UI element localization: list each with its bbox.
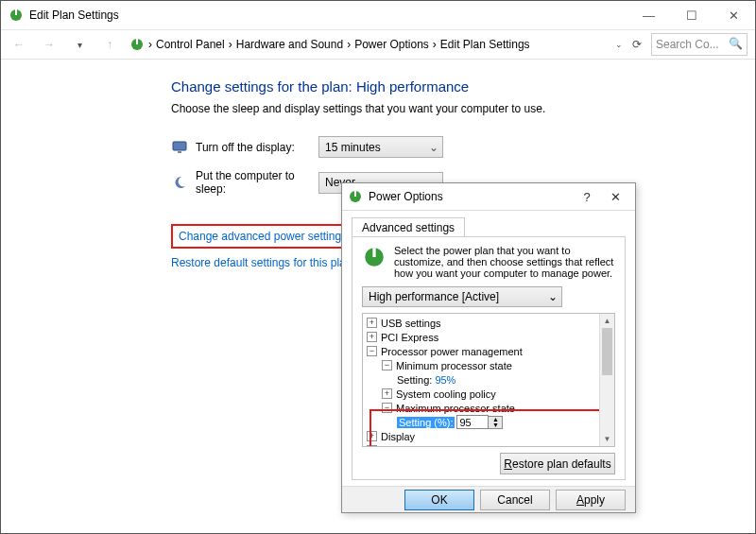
dialog-close-button[interactable]: ✕ bbox=[601, 190, 629, 204]
collapse-icon[interactable]: − bbox=[382, 360, 392, 370]
dialog-titlebar: Power Options ? ✕ bbox=[342, 183, 635, 211]
max-setting-spinner[interactable]: ▲▼ bbox=[456, 415, 503, 429]
advanced-power-settings-link[interactable]: Change advanced power settings bbox=[179, 230, 347, 243]
titlebar: Edit Plan Settings — ☐ ✕ bbox=[1, 1, 755, 30]
breadcrumb-item[interactable]: Edit Plan Settings bbox=[440, 38, 530, 51]
tree-item-pci[interactable]: PCI Express bbox=[381, 332, 438, 343]
tree-item-max-state[interactable]: Maximum processor state bbox=[396, 403, 515, 414]
power-plan-icon bbox=[9, 8, 24, 23]
up-button[interactable]: ↑ bbox=[99, 34, 120, 55]
svg-rect-3 bbox=[136, 39, 138, 44]
expand-icon[interactable]: + bbox=[367, 431, 377, 441]
restore-defaults-link[interactable]: Restore default settings for this plan bbox=[171, 256, 352, 269]
max-setting-label[interactable]: Setting (%): bbox=[397, 417, 455, 428]
navbar: ← → ▾ ↑ › Control Panel› Hardware and So… bbox=[1, 30, 755, 60]
back-button[interactable]: ← bbox=[9, 34, 29, 55]
breadcrumb: › Control Panel› Hardware and Sound› Pow… bbox=[129, 37, 606, 52]
min-setting-value[interactable]: 95% bbox=[435, 374, 455, 386]
close-button[interactable]: ✕ bbox=[713, 2, 755, 29]
expand-icon[interactable]: + bbox=[367, 318, 377, 328]
history-dropdown[interactable]: ▾ bbox=[69, 34, 90, 55]
collapse-icon[interactable]: − bbox=[367, 346, 377, 356]
monitor-icon bbox=[171, 139, 188, 156]
svg-rect-5 bbox=[178, 151, 181, 153]
expand-icon[interactable]: + bbox=[367, 445, 377, 447]
window-title: Edit Plan Settings bbox=[29, 9, 119, 22]
settings-tree[interactable]: +USB settings +PCI Express −Processor po… bbox=[362, 313, 615, 447]
power-plan-select[interactable]: High performance [Active] ⌄ bbox=[362, 286, 562, 307]
setting-label: Put the computer to sleep: bbox=[196, 169, 318, 196]
setting-label: Turn off the display: bbox=[196, 141, 318, 154]
refresh-button[interactable]: ⟳ bbox=[628, 38, 645, 51]
svg-rect-9 bbox=[372, 248, 375, 257]
breadcrumb-history-icon[interactable]: ⌄ bbox=[615, 40, 623, 49]
cancel-button[interactable]: Cancel bbox=[480, 490, 550, 510]
maximize-button[interactable]: ☐ bbox=[670, 2, 713, 29]
max-setting-input[interactable] bbox=[456, 415, 489, 429]
tab-panel: Select the power plan that you want to c… bbox=[352, 236, 626, 480]
svg-rect-4 bbox=[173, 142, 186, 150]
display-timeout-select[interactable]: 15 minutes ⌄ bbox=[318, 136, 443, 158]
tree-scrollbar[interactable]: ▲ ▼ bbox=[599, 314, 614, 446]
tree-item-cooling[interactable]: System cooling policy bbox=[396, 388, 496, 400]
moon-icon bbox=[171, 174, 188, 191]
tree-item-min-state[interactable]: Minimum processor state bbox=[396, 360, 512, 371]
spin-down-icon[interactable]: ▼ bbox=[489, 422, 502, 428]
power-plan-icon bbox=[129, 37, 145, 52]
search-placeholder: Search Co... bbox=[656, 38, 719, 51]
svg-rect-1 bbox=[15, 9, 17, 15]
dialog-title: Power Options bbox=[369, 190, 443, 203]
collapse-icon[interactable]: − bbox=[382, 403, 392, 413]
restore-plan-defaults-button[interactable]: Restore plan defaults bbox=[500, 453, 615, 474]
breadcrumb-item[interactable]: Power Options bbox=[354, 38, 429, 51]
page-title: Change settings for the plan: High perfo… bbox=[171, 78, 736, 95]
breadcrumb-item[interactable]: Control Panel bbox=[156, 38, 225, 51]
minimize-button[interactable]: — bbox=[627, 2, 670, 29]
tree-item-display[interactable]: Display bbox=[381, 431, 415, 442]
highlight-advanced-link: Change advanced power settings bbox=[171, 224, 354, 249]
scroll-up-icon[interactable]: ▲ bbox=[600, 314, 614, 328]
setting-row-display: Turn off the display: 15 minutes ⌄ bbox=[171, 136, 736, 158]
tab-advanced-settings[interactable]: Advanced settings bbox=[352, 217, 465, 237]
edit-plan-window: Edit Plan Settings — ☐ ✕ ← → ▾ ↑ › Contr… bbox=[0, 0, 756, 534]
scroll-thumb[interactable] bbox=[602, 328, 612, 375]
chevron-down-icon: ⌄ bbox=[548, 290, 558, 303]
ok-button[interactable]: OK bbox=[404, 490, 474, 510]
tree-item-usb[interactable]: USB settings bbox=[381, 318, 441, 329]
tree-item-ppm[interactable]: Processor power management bbox=[381, 346, 523, 357]
breadcrumb-item[interactable]: Hardware and Sound bbox=[236, 38, 343, 51]
svg-rect-7 bbox=[354, 191, 356, 197]
forward-button[interactable]: → bbox=[39, 34, 60, 55]
min-setting-label: Setting: bbox=[397, 374, 432, 386]
expand-icon[interactable]: + bbox=[367, 332, 377, 342]
window-controls: — ☐ ✕ bbox=[627, 2, 755, 29]
power-plan-icon bbox=[362, 245, 387, 269]
scroll-down-icon[interactable]: ▼ bbox=[600, 432, 614, 446]
dialog-button-row: OK Cancel Apply bbox=[342, 486, 635, 512]
apply-button[interactable]: Apply bbox=[556, 490, 626, 510]
page-subtitle: Choose the sleep and display settings th… bbox=[171, 102, 736, 115]
chevron-down-icon: ⌄ bbox=[429, 141, 438, 154]
power-plan-icon bbox=[348, 189, 363, 204]
dialog-body: Advanced settings Select the power plan … bbox=[342, 211, 635, 488]
expand-icon[interactable]: + bbox=[382, 388, 392, 399]
dialog-blurb: Select the power plan that you want to c… bbox=[362, 245, 615, 279]
search-input[interactable]: Search Co... 🔍 bbox=[651, 33, 747, 56]
tree-item-multimedia[interactable]: Multimedia settings bbox=[381, 445, 470, 448]
power-options-dialog: Power Options ? ✕ Advanced settings Sele… bbox=[341, 182, 636, 513]
search-icon: 🔍 bbox=[729, 37, 743, 50]
help-button[interactable]: ? bbox=[573, 190, 601, 204]
